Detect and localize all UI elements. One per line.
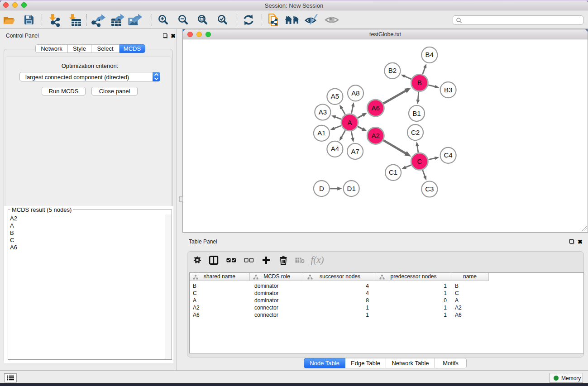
svg-text:A6: A6: [372, 104, 380, 112]
svg-text:C: C: [417, 157, 422, 165]
svg-text:A: A: [347, 119, 352, 126]
svg-text:A2: A2: [372, 132, 380, 139]
svg-text:D1: D1: [347, 185, 356, 192]
svg-text:A4: A4: [331, 145, 339, 152]
svg-text:A7: A7: [351, 148, 359, 155]
svg-text:C1: C1: [389, 168, 397, 176]
svg-text:B2: B2: [388, 67, 397, 74]
svg-text:B1: B1: [412, 110, 421, 117]
svg-text:B4: B4: [425, 51, 434, 58]
svg-text:A5: A5: [331, 92, 339, 100]
svg-text:A3: A3: [319, 108, 327, 116]
svg-text:A1: A1: [317, 129, 325, 137]
svg-text:C4: C4: [444, 151, 453, 159]
svg-text:D: D: [319, 185, 324, 192]
svg-text:C2: C2: [411, 129, 420, 136]
svg-text:B: B: [417, 79, 422, 86]
svg-text:A8: A8: [351, 89, 359, 97]
svg-text:C3: C3: [425, 185, 434, 193]
svg-text:B3: B3: [444, 86, 452, 94]
